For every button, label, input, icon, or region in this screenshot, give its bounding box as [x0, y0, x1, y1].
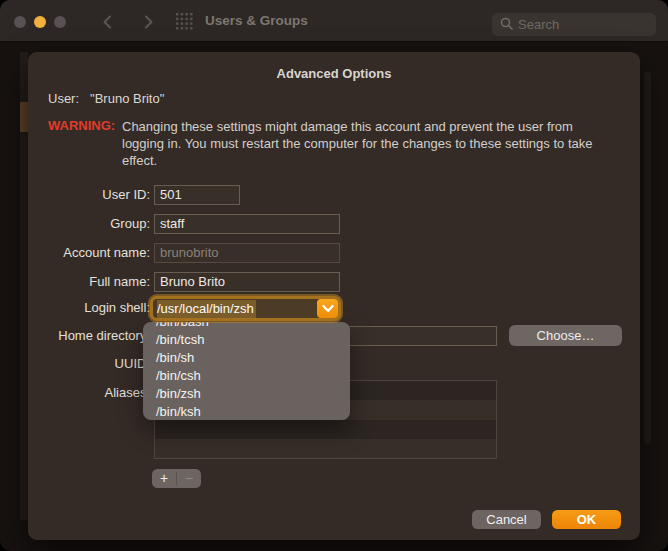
search-field[interactable]: Search [492, 13, 656, 36]
login-shell-value[interactable]: /usr/local/bin/zsh [153, 299, 338, 318]
login-shell-label: Login shell: [28, 298, 150, 318]
alias-add-remove-control: + − [152, 469, 201, 488]
alias-row[interactable] [155, 420, 496, 439]
chevron-down-icon [322, 304, 334, 313]
dropdown-item[interactable]: /bin/csh [143, 367, 350, 385]
forward-button[interactable] [140, 14, 156, 30]
user-label: User: [48, 91, 79, 106]
search-placeholder: Search [518, 17, 559, 32]
ok-button[interactable]: OK [552, 510, 621, 529]
account-name-field: brunobrito [154, 243, 340, 263]
back-button[interactable] [100, 14, 116, 30]
dropdown-item[interactable]: /bin/zsh [143, 385, 350, 403]
remove-alias-button[interactable]: − [177, 469, 201, 488]
user-line: User:"Bruno Brito" [48, 91, 164, 106]
group-field[interactable]: staff [154, 214, 340, 234]
warning-text: Changing these settings might damage thi… [122, 118, 616, 169]
dropdown-item[interactable]: /bin/sh [143, 349, 350, 367]
group-label: Group: [28, 214, 150, 234]
show-all-grid-icon[interactable] [176, 13, 193, 30]
background-selected-user-row [20, 102, 28, 132]
zoom-button[interactable] [54, 16, 66, 28]
login-shell-dropdown-button[interactable] [317, 299, 338, 318]
account-name-label: Account name: [28, 243, 150, 263]
advanced-options-sheet: Advanced Options User:"Bruno Brito" WARN… [28, 52, 640, 540]
warning-label: WARNING: [48, 118, 115, 133]
settings-window: Users & Groups Search Advanced Options U… [0, 0, 668, 551]
uuid-label: UUID: [28, 354, 150, 374]
dropdown-item[interactable]: /bin/tcsh [143, 331, 350, 349]
window-title: Users & Groups [205, 0, 308, 42]
sheet-title: Advanced Options [28, 66, 640, 81]
aliases-label: Aliases: [28, 383, 150, 403]
user-id-label: User ID: [28, 185, 150, 205]
login-shell-dropdown: /bin/bash/bin/tcsh/bin/sh/bin/csh/bin/zs… [143, 322, 350, 420]
close-button[interactable] [14, 16, 26, 28]
choose-button[interactable]: Choose… [509, 325, 622, 346]
dropdown-item[interactable]: /bin/bash [143, 322, 350, 331]
user-id-field[interactable]: 501 [154, 185, 240, 205]
background-panel-edge [644, 72, 651, 444]
alias-row[interactable] [155, 439, 496, 458]
home-directory-label: Home directory: [28, 326, 150, 346]
minimize-button[interactable] [34, 16, 46, 28]
cancel-button[interactable]: Cancel [472, 510, 541, 529]
login-shell-combobox[interactable]: /usr/local/bin/zsh [150, 296, 341, 321]
full-name-label: Full name: [28, 272, 150, 292]
full-name-field[interactable]: Bruno Brito [154, 272, 340, 292]
user-name-value: "Bruno Brito" [90, 91, 164, 106]
dropdown-item[interactable]: /bin/ksh [143, 403, 350, 420]
search-icon [500, 16, 513, 34]
add-alias-button[interactable]: + [152, 469, 176, 488]
titlebar: Users & Groups Search [0, 0, 668, 42]
